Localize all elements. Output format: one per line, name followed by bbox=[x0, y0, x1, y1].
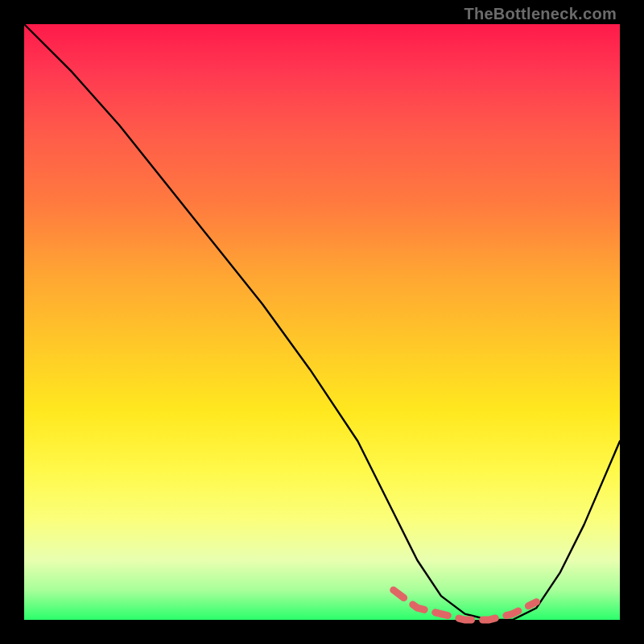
watermark-text: TheBottleneck.com bbox=[464, 5, 617, 23]
optimal-range-highlight bbox=[394, 590, 537, 620]
chart-frame: TheBottleneck.com bbox=[0, 0, 644, 644]
plot-area bbox=[24, 24, 620, 620]
chart-svg bbox=[24, 24, 620, 620]
bottleneck-curve-line bbox=[24, 24, 620, 620]
